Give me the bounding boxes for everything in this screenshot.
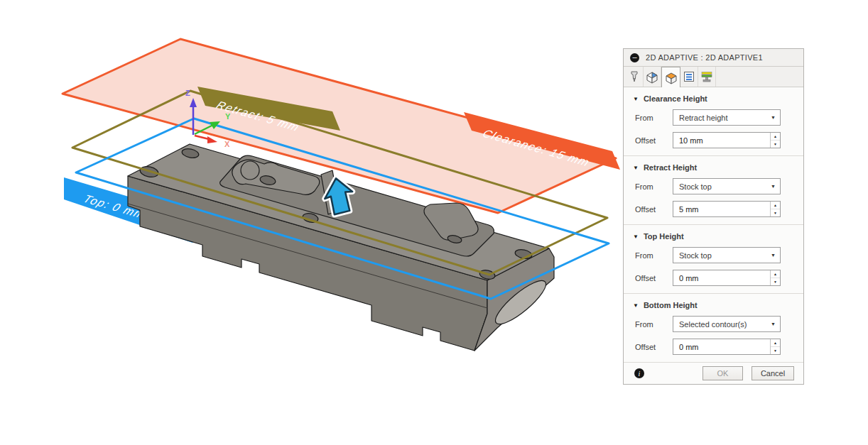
selected-value: Selected contour(s) (679, 320, 747, 329)
bottom-from-select[interactable]: Selected contour(s) ▼ (673, 316, 781, 332)
clearance-offset-input[interactable] (673, 133, 769, 147)
2d-adaptive-dialog: – 2D ADAPTIVE : 2D ADAPTIVE1 (623, 48, 804, 385)
section-top-height: ▼ Top Height From Stock top ▼ Offset ▲ ▼ (624, 225, 803, 293)
top-offset-input[interactable] (673, 271, 769, 285)
selected-value: Stock top (679, 182, 712, 191)
retract-offset-input[interactable] (673, 202, 769, 216)
retract-from-select[interactable]: Stock top ▼ (673, 178, 781, 194)
offset-label: Offset (635, 343, 673, 351)
dialog-title: 2D ADAPTIVE : 2D ADAPTIVE1 (646, 53, 763, 62)
chevron-down-icon: ▼ (771, 184, 776, 189)
collapse-icon: ▼ (633, 302, 639, 309)
tab-heights[interactable] (661, 67, 680, 87)
offset-label: Offset (635, 205, 673, 214)
spin-down-icon[interactable]: ▼ (771, 347, 780, 354)
spinner: ▲ ▼ (770, 133, 780, 148)
chevron-down-icon: ▼ (771, 322, 776, 326)
spin-down-icon[interactable]: ▼ (771, 141, 780, 148)
chevron-down-icon: ▼ (771, 253, 776, 258)
spin-up-icon[interactable]: ▲ (771, 270, 780, 278)
section-clearance-height: ▼ Clearance Height From Retract height ▼… (624, 87, 803, 155)
fusion-cam-viewport: Top: 0 mm (0, 0, 868, 445)
heights-icon (664, 70, 678, 84)
from-label: From (635, 320, 673, 329)
section-retract-height: ▼ Retract Height From Stock top ▼ Offset… (624, 156, 803, 224)
selected-value: Stock top (679, 251, 712, 260)
section-header-top[interactable]: ▼ Top Height (624, 231, 803, 247)
x-axis-arrow (207, 136, 217, 143)
collapse-icon: ▼ (633, 96, 639, 102)
spinner: ▲ ▼ (770, 202, 780, 216)
section-header-retract[interactable]: ▼ Retract Height (624, 162, 803, 178)
section-title: Clearance Height (644, 94, 707, 103)
from-label: From (635, 251, 673, 260)
tab-linking[interactable] (698, 67, 716, 87)
bottom-offset-input[interactable] (673, 340, 769, 353)
collapse-icon: ▼ (633, 234, 639, 240)
x-axis-label: X (224, 140, 230, 148)
passes-icon (682, 70, 696, 84)
section-bottom-height: ▼ Bottom Height From Selected contour(s)… (624, 294, 803, 362)
chevron-down-icon: ▼ (771, 115, 776, 120)
tab-tool[interactable] (626, 67, 644, 87)
spin-down-icon[interactable]: ▼ (771, 278, 780, 285)
ok-button[interactable]: OK (702, 366, 743, 380)
section-header-clearance[interactable]: ▼ Clearance Height (624, 93, 803, 109)
clearance-offset-field: ▲ ▼ (673, 132, 781, 148)
offset-label: Offset (635, 136, 673, 145)
dialog-header[interactable]: – 2D ADAPTIVE : 2D ADAPTIVE1 (624, 49, 803, 67)
section-title: Retract Height (644, 163, 697, 172)
top-offset-field: ▲ ▼ (673, 270, 781, 286)
info-icon[interactable]: i (634, 368, 644, 378)
tab-geometry[interactable] (644, 67, 661, 87)
from-label: From (635, 182, 673, 191)
y-axis-label: Y (225, 112, 231, 121)
tab-passes[interactable] (680, 67, 698, 87)
bottom-offset-field: ▲ ▼ (673, 339, 781, 355)
linking-icon (700, 70, 714, 84)
section-header-bottom[interactable]: ▼ Bottom Height (624, 300, 803, 316)
spin-up-icon[interactable]: ▲ (771, 133, 780, 141)
spin-up-icon[interactable]: ▲ (771, 339, 780, 347)
geometry-icon (645, 70, 659, 84)
section-title: Top Height (644, 232, 684, 241)
dialog-footer: i OK Cancel (624, 362, 803, 384)
spin-up-icon[interactable]: ▲ (771, 202, 780, 209)
clearance-from-select[interactable]: Retract height ▼ (673, 109, 781, 126)
section-title: Bottom Height (644, 301, 698, 309)
top-from-select[interactable]: Stock top ▼ (673, 247, 781, 263)
from-label: From (635, 114, 673, 122)
selected-value: Retract height (679, 114, 727, 122)
offset-label: Offset (635, 274, 673, 282)
tool-icon (627, 70, 641, 84)
spinner: ▲ ▼ (770, 339, 780, 354)
cancel-button[interactable]: Cancel (752, 366, 794, 380)
dialog-tabs (624, 67, 803, 87)
minimize-icon[interactable]: – (630, 53, 639, 62)
spinner: ▲ ▼ (770, 270, 780, 285)
retract-offset-field: ▲ ▼ (673, 201, 781, 217)
spin-down-icon[interactable]: ▼ (771, 209, 780, 216)
z-axis-label: Z (185, 89, 190, 97)
collapse-icon: ▼ (633, 165, 639, 171)
